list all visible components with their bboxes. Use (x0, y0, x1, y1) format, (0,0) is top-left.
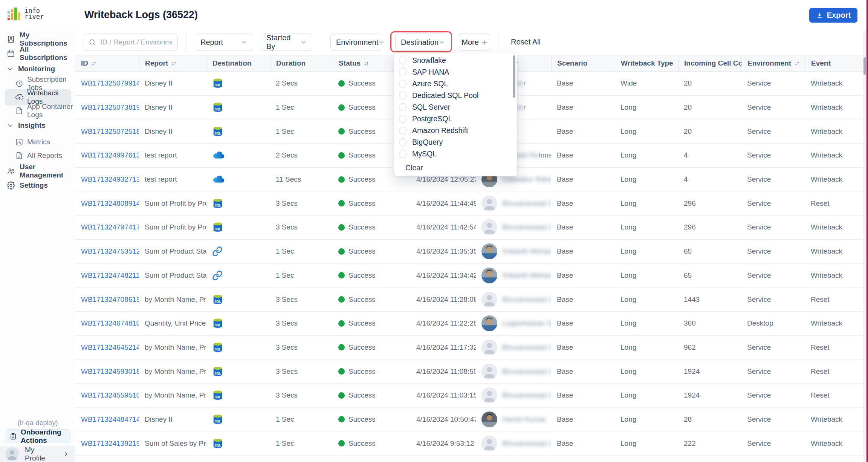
incoming-cell-count-cell: 962 (678, 343, 741, 352)
destination-option[interactable]: SAP HANA (394, 66, 517, 78)
radio-icon[interactable] (399, 138, 407, 146)
chevron-down-icon (241, 39, 248, 46)
dropdown-scrollbar-thumb[interactable] (513, 55, 515, 98)
sidebar-item-user-management[interactable]: User Management (0, 165, 75, 177)
environment-cell: Service (741, 295, 805, 304)
log-id-link[interactable]: WB171324997613487 (81, 151, 139, 159)
radio-icon[interactable] (399, 115, 407, 123)
clear-button[interactable]: Clear (394, 159, 517, 176)
radio-icon[interactable] (399, 68, 407, 76)
column-header[interactable]: ID↓↑ (75, 55, 139, 71)
destination-cell: SQL (206, 390, 270, 401)
sidebar-item-my-subscriptions[interactable]: My Subscriptions (0, 33, 75, 46)
sidebar-item-all-reports[interactable]: All Reports (0, 149, 75, 162)
radio-icon[interactable] (399, 57, 407, 64)
sidebar-item-subscription-jobs[interactable]: Subscription Jobs (0, 77, 75, 90)
reset-all-button[interactable]: Reset All (511, 38, 541, 46)
sidebar-item-insights[interactable]: Insights (0, 119, 75, 132)
log-id-link[interactable]: WB171324708615230 (81, 295, 139, 303)
log-id-link[interactable]: WB171324808914405 (81, 199, 139, 207)
log-id-link[interactable]: WB171324139215805 (81, 439, 139, 447)
column-header-label: Event (811, 59, 831, 67)
destination-option[interactable]: PostgreSQL (394, 113, 517, 125)
app-logo[interactable]: inforiver (7, 6, 44, 21)
log-id-link[interactable]: WB171324645214717 (81, 343, 139, 351)
onboarding-actions-button[interactable]: Onboarding Actions (5, 429, 70, 443)
column-header[interactable]: Event (805, 55, 868, 71)
log-id-link[interactable]: WB171325079914369 (81, 79, 139, 87)
sort-arrows-icon[interactable]: ↓↑ (364, 60, 368, 67)
started-by-cell: Srikanth Mohanasundar (476, 243, 551, 259)
radio-icon[interactable] (399, 92, 407, 99)
export-button[interactable]: Export (809, 8, 857, 23)
destination-option[interactable]: Dedicated SQL Pool (394, 90, 517, 101)
sort-arrows-icon[interactable]: ↓↑ (794, 60, 799, 67)
column-header[interactable]: Writeback Type (615, 55, 678, 71)
environment-filter-dropdown[interactable]: Environment (330, 34, 381, 51)
report-filter-dropdown[interactable]: Report (195, 34, 253, 51)
radio-icon[interactable] (399, 80, 407, 88)
sort-arrows-icon[interactable]: ↓↑ (91, 60, 96, 67)
sidebar-item-metrics[interactable]: Metrics (0, 136, 75, 148)
page-scrollbar-thumb[interactable] (863, 57, 866, 75)
destination-option[interactable]: SQL Server (394, 101, 517, 113)
id-badge-icon (7, 35, 15, 43)
log-id-link[interactable]: WB171324593018720 (81, 367, 139, 375)
radio-icon[interactable] (399, 150, 407, 158)
log-id-link[interactable]: WB171324748211064 (81, 271, 139, 279)
destination-option[interactable]: Azure SQL (394, 78, 517, 90)
log-id-link[interactable]: WB171324932713382 (81, 175, 139, 183)
log-id-link[interactable]: WB171325073819221 (81, 103, 139, 111)
event-cell: Reset (805, 199, 868, 208)
sidebar-item-settings[interactable]: Settings (0, 179, 75, 192)
log-id-link[interactable]: WB171324753512261 (81, 247, 139, 255)
log-id-cell: WB171324593018720 (75, 367, 139, 376)
column-header[interactable]: Incoming Cell Count (678, 55, 741, 71)
scenario-cell: Base (551, 127, 615, 136)
destination-option[interactable]: Snowflake (394, 55, 517, 66)
destination-filter-label: Destination (401, 38, 439, 47)
sidebar-item-writeback-logs[interactable]: Writeback Logs (0, 91, 75, 104)
log-id-link[interactable]: WB171325072518838 (81, 127, 139, 135)
column-header[interactable]: Destination (206, 55, 270, 71)
sidebar-item-monitoring[interactable]: Monitoring (0, 63, 75, 75)
log-id-cell: WB171324559510470 (75, 391, 139, 399)
event-cell: Writeback (805, 151, 868, 159)
page-scrollbar-track[interactable] (863, 31, 866, 462)
sidebar-item-all-subscriptions[interactable]: All Subscriptions (0, 47, 75, 60)
started-by-name: Harish Kumar (502, 415, 546, 424)
radio-icon[interactable] (399, 127, 407, 135)
log-id-link[interactable]: WB171324674810035 (81, 319, 139, 327)
started-by-filter-dropdown[interactable]: Started By (261, 34, 312, 51)
destination-option-label: Dedicated SQL Pool (412, 91, 478, 100)
radio-icon[interactable] (399, 103, 407, 111)
column-header[interactable]: Scenario (551, 55, 615, 71)
sidebar-item-label: All Subscriptions (20, 45, 75, 62)
sql-database-icon: SQL (212, 198, 270, 209)
table-row: WB171324808914405Sum of Profit by Produc… (75, 191, 868, 216)
destination-filter-dropdown[interactable]: Destination (395, 34, 447, 51)
log-id-link[interactable]: WB171324559510470 (81, 391, 139, 399)
scenario-cell: Base (551, 103, 615, 112)
more-filters-button[interactable]: More (459, 34, 490, 51)
scenario-cell: Base (551, 199, 615, 208)
status-label: Success (348, 343, 376, 352)
search-box[interactable] (84, 34, 178, 51)
column-header[interactable]: Report↓↑ (139, 55, 206, 71)
search-input[interactable] (99, 38, 173, 47)
column-header[interactable]: Environment↓↑ (741, 55, 805, 71)
sort-arrows-icon[interactable]: ↓↑ (171, 60, 176, 67)
sidebar-item-app-container-logs[interactable]: App Container Logs (0, 104, 75, 117)
my-profile-button[interactable]: My Profile (0, 446, 75, 462)
event-cell: Writeback (805, 127, 868, 136)
column-header[interactable]: Duration (270, 55, 333, 71)
log-id-link[interactable]: WB171324484714441 (81, 415, 139, 423)
started-at-cell: 4/16/2024 11:34:42 AM (411, 271, 476, 280)
scenario-cell: Base (551, 319, 615, 327)
destination-option[interactable]: MySQL (394, 148, 517, 159)
destination-option[interactable]: BigQuery (394, 136, 517, 148)
destination-option[interactable]: Amazon Redshift (394, 125, 517, 136)
user-avatar (481, 436, 497, 451)
log-id-link[interactable]: WB171324797417125 (81, 223, 139, 231)
status-cell: Success (333, 415, 411, 424)
